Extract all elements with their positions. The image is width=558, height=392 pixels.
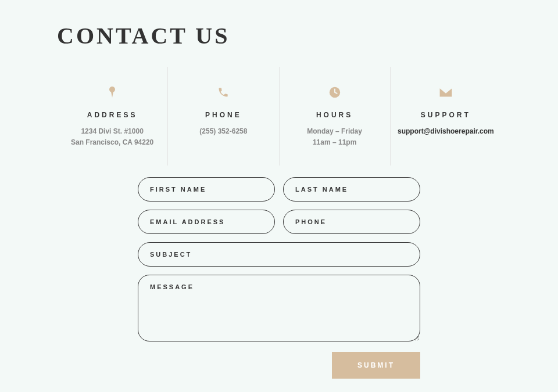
phone-block: PHONE (255) 352-6258 (167, 67, 278, 166)
contact-form: SUBMIT (138, 177, 420, 379)
hours-line-2: 11am – 11pm (285, 137, 384, 148)
clock-icon (285, 84, 384, 100)
hours-title: HOURS (285, 111, 384, 119)
phone-input[interactable] (283, 210, 420, 234)
phone-icon (174, 84, 273, 100)
phone-line: (255) 352-6258 (174, 126, 273, 137)
message-textarea[interactable] (138, 275, 420, 341)
support-email[interactable]: support@divishoerepair.com (396, 126, 495, 137)
first-name-input[interactable] (138, 177, 275, 202)
svg-point-0 (109, 87, 115, 92)
hours-line-1: Monday – Friday (285, 126, 384, 137)
hours-body: Monday – Friday 11am – 11pm (285, 126, 384, 148)
address-line-1: 1234 Divi St. #1000 (63, 126, 162, 137)
address-body: 1234 Divi St. #1000 San Francisco, CA 94… (63, 126, 162, 148)
pin-icon (63, 84, 162, 100)
support-body[interactable]: support@divishoerepair.com (396, 126, 495, 137)
hours-block: HOURS Monday – Friday 11am – 11pm (279, 67, 390, 166)
submit-button[interactable]: SUBMIT (332, 352, 420, 379)
contact-info-row: ADDRESS 1234 Divi St. #1000 San Francisc… (57, 67, 501, 166)
phone-body: (255) 352-6258 (174, 126, 273, 137)
email-input[interactable] (138, 210, 275, 234)
address-line-2: San Francisco, CA 94220 (63, 137, 162, 148)
address-block: ADDRESS 1234 Divi St. #1000 San Francisc… (57, 67, 167, 166)
mail-icon (396, 84, 495, 100)
support-title: SUPPORT (396, 111, 495, 119)
support-block: SUPPORT support@divishoerepair.com (390, 67, 501, 166)
subject-input[interactable] (138, 242, 420, 267)
address-title: ADDRESS (63, 111, 162, 119)
phone-title: PHONE (174, 111, 273, 119)
page-title: CONTACT US (57, 22, 558, 49)
last-name-input[interactable] (283, 177, 420, 202)
